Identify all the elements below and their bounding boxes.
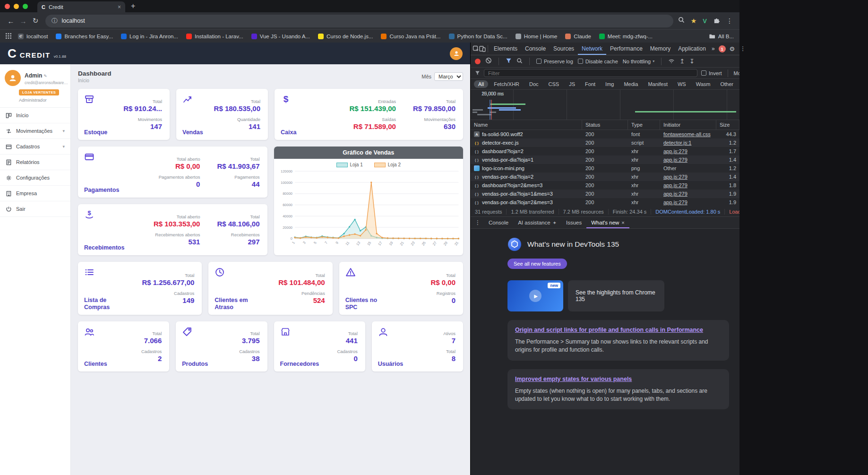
tab-application[interactable]: Application: [674, 43, 710, 55]
devtools-menu-kebab-icon[interactable]: ⋮: [737, 45, 749, 52]
request-initiator-cell[interactable]: fontawesome-all.css: [660, 131, 716, 137]
address-bar[interactable]: ⓘ localhost: [45, 15, 673, 27]
card-caixa[interactable]: $ Caixa EntradasR$ 151.439,00SaídasR$ 71…: [275, 89, 463, 140]
column-header-size[interactable]: Size: [716, 120, 739, 130]
bookmark-item[interactable]: Log in - Jira Anron...: [121, 34, 178, 39]
filter-chip[interactable]: All: [474, 80, 488, 88]
bookmark-item[interactable]: Curso Java na Prát...: [381, 34, 440, 39]
network-request-row[interactable]: dashboard?loja=2&mes=3 200 xhr app.js:27…: [471, 181, 739, 190]
tab-console[interactable]: Console: [521, 43, 550, 55]
bookmark-item[interactable]: Vue JS - Usando A...: [251, 34, 310, 39]
checkbox[interactable]: [578, 59, 583, 64]
filter-chip[interactable]: JS: [565, 80, 579, 88]
network-request-row[interactable]: logo-icon-mini.png 200 png Other 1.2: [471, 164, 739, 173]
preserve-log-checkbox[interactable]: Preserve log: [536, 59, 573, 64]
tab-sources[interactable]: Sources: [550, 43, 578, 55]
request-initiator-cell[interactable]: app.js:279: [660, 174, 716, 180]
see-all-new-features-button[interactable]: See all new features: [507, 259, 567, 269]
device-toolbar-icon[interactable]: [479, 45, 486, 52]
card-lista-compras[interactable]: Lista de Compras TotalR$ 1.256.677,00Cad…: [78, 262, 202, 315]
close-window-button[interactable]: [5, 4, 10, 9]
checkbox[interactable]: [701, 70, 706, 76]
request-initiator-cell[interactable]: app.js:279: [660, 182, 716, 188]
request-name-cell[interactable]: dashboard?loja=2: [471, 148, 582, 154]
more-tabs-icon[interactable]: »: [710, 45, 717, 52]
extensions-puzzle-icon[interactable]: [713, 17, 720, 26]
column-header-type[interactable]: Type: [628, 120, 660, 130]
play-icon[interactable]: ▶: [529, 290, 541, 302]
bookmark-item[interactable]: Meet: mdg-zfwq-...: [599, 34, 653, 39]
bookmark-star-icon[interactable]: ★: [691, 17, 697, 25]
request-name-cell[interactable]: vendas-por-dia?loja=2: [471, 174, 582, 180]
network-request-row[interactable]: dashboard?loja=2 200 xhr app.js:279 1.7: [471, 147, 739, 155]
request-initiator-cell[interactable]: app.js:279: [660, 191, 716, 197]
search-icon[interactable]: [516, 57, 523, 66]
sidebar-item-relatorios[interactable]: Relatórios: [0, 155, 70, 170]
card-pagamentos[interactable]: Pagamentos Total abertoR$ 0,00Pagamentos…: [78, 147, 267, 198]
network-overview-timeline[interactable]: 5,000 ms10,000 ms15,000 ms20,000 ms25,00…: [471, 90, 739, 120]
sidebar-item-cadastros[interactable]: Cadastros ▾: [0, 139, 70, 155]
request-initiator-cell[interactable]: detector.js:1: [660, 140, 716, 146]
zoom-icon[interactable]: [678, 17, 685, 25]
feature-heading-link[interactable]: Improved empty states for various panels: [515, 375, 722, 383]
error-count-badge[interactable]: 1: [719, 45, 726, 52]
request-initiator-cell[interactable]: app.js:279: [660, 157, 716, 163]
inspect-element-icon[interactable]: [473, 45, 479, 52]
clear-network-log-icon[interactable]: [485, 57, 492, 66]
column-header-name[interactable]: Name: [471, 120, 582, 130]
filter-chip[interactable]: Manifest: [644, 80, 672, 88]
request-initiator-cell[interactable]: app.js:279: [660, 148, 716, 154]
disable-cache-checkbox[interactable]: Disable cache: [578, 59, 618, 64]
forward-button[interactable]: →: [17, 17, 29, 25]
request-name-cell[interactable]: detector-exec.js: [471, 140, 582, 146]
devtools-settings-gear-icon[interactable]: ⚙: [728, 45, 737, 52]
request-initiator-cell[interactable]: app.js:279: [660, 199, 716, 205]
filter-chip[interactable]: Img: [601, 80, 618, 88]
invert-filter-checkbox[interactable]: Invert: [701, 70, 722, 76]
import-har-icon[interactable]: ↥: [679, 58, 685, 65]
month-select[interactable]: Março: [434, 72, 463, 81]
sidebar-item-configuracoes[interactable]: Configurações: [0, 170, 70, 186]
bookmark-item[interactable]: Curso de Node.js...: [318, 34, 373, 39]
reload-button[interactable]: ↻: [29, 17, 42, 25]
filter-chip[interactable]: Fetch/XHR: [490, 80, 524, 88]
header-avatar[interactable]: [450, 47, 463, 60]
filter-chip[interactable]: CSS: [544, 80, 564, 88]
filter-chip[interactable]: Other: [716, 80, 738, 88]
drawer-tab-ai-assistance[interactable]: AI assistance✦: [513, 217, 561, 228]
highlight-caption[interactable]: See the highlights from Chrome 135: [568, 280, 664, 311]
export-har-icon[interactable]: ↧: [689, 58, 695, 65]
edit-pencil-icon[interactable]: ✎: [43, 74, 47, 78]
vue-devtools-extension-icon[interactable]: V: [703, 17, 707, 25]
sidebar-item-movimentacoes[interactable]: Movimentações ▾: [0, 123, 70, 139]
back-button[interactable]: ←: [5, 17, 17, 25]
feature-heading-link[interactable]: Origin and script links for profile and …: [515, 326, 722, 334]
bookmark-item[interactable]: Installation - Larav...: [186, 34, 243, 39]
card-estoque[interactable]: Estoque TotalR$ 910.24...Movimentos147: [78, 89, 170, 140]
column-header-initiator[interactable]: Initiator: [660, 120, 716, 130]
drawer-tab-console[interactable]: Console: [484, 217, 513, 228]
card-clientes[interactable]: Clientes Total7.066Cadastros2: [78, 321, 169, 371]
card-recebimentos[interactable]: $ Recebimentos Total abertoR$ 103.353,00…: [78, 204, 267, 255]
checkbox[interactable]: [536, 59, 541, 64]
card-clientes-spc[interactable]: Clientes no SPC TotalR$ 0,00Registros0: [339, 262, 463, 315]
browser-tab[interactable]: C Credit ×: [37, 1, 125, 12]
network-request-row[interactable]: vendas-por-dia?loja=2&mes=3 200 xhr app.…: [471, 198, 739, 207]
request-name-cell[interactable]: vendas-por-dia?loja=1: [471, 157, 582, 163]
close-icon[interactable]: ×: [621, 220, 624, 225]
filter-chip[interactable]: WS: [673, 80, 690, 88]
network-filter-input[interactable]: [484, 69, 697, 77]
page-info-icon[interactable]: ⓘ: [52, 17, 58, 25]
video-thumbnail[interactable]: new ▶: [507, 280, 563, 311]
all-bookmarks-button[interactable]: All B...: [709, 33, 734, 39]
request-name-cell[interactable]: vendas-por-dia?loja=2&mes=3: [471, 199, 582, 205]
card-usuarios[interactable]: Usuários Ativos7Total8: [372, 321, 463, 371]
tab-elements[interactable]: Elements: [490, 43, 521, 55]
drawer-tab-whats-new[interactable]: What's new×: [586, 217, 629, 228]
tab-performance[interactable]: Performance: [606, 43, 646, 55]
filter-funnel-icon[interactable]: [506, 57, 512, 66]
card-produtos[interactable]: Produtos Total3.795Cadastros38: [176, 321, 267, 371]
tab-memory[interactable]: Memory: [646, 43, 674, 55]
request-initiator-cell[interactable]: Other: [660, 165, 716, 171]
network-conditions-icon[interactable]: [668, 57, 675, 66]
